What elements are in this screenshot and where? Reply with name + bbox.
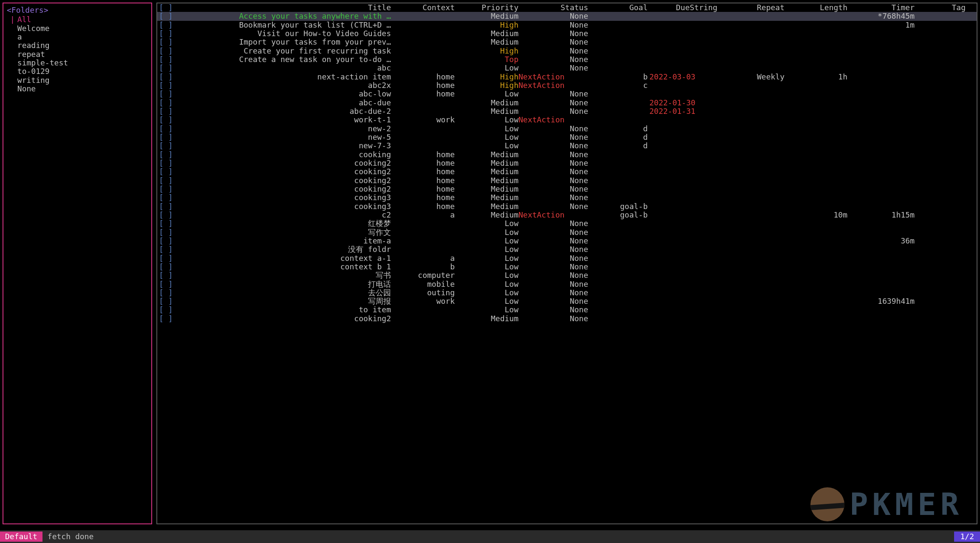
table-row[interactable]: [ ]abc-lowhomeLowNone bbox=[157, 90, 977, 98]
table-row[interactable]: [ ]new-7-3LowNoned bbox=[157, 141, 977, 150]
table-row[interactable]: [ ]new-2LowNoned bbox=[157, 124, 977, 133]
checkbox-icon[interactable]: [ ] bbox=[159, 254, 177, 263]
task-title[interactable]: 没有 foldr bbox=[177, 245, 391, 254]
task-title[interactable]: cooking2 bbox=[177, 159, 391, 167]
sidebar-item-to-0129[interactable]: |to-0129 bbox=[7, 67, 148, 76]
checkbox-icon[interactable]: [ ] bbox=[159, 280, 177, 288]
table-row[interactable]: [ ]context a-1aLowNone bbox=[157, 254, 977, 263]
task-title[interactable]: abc-low bbox=[177, 90, 391, 98]
task-title[interactable]: context b 1 bbox=[177, 263, 391, 271]
table-row[interactable]: [ ]Create your first recurring taskHighN… bbox=[157, 47, 977, 55]
table-row[interactable]: [ ]打电话mobileLowNone bbox=[157, 280, 977, 288]
col-context[interactable]: Context bbox=[391, 3, 455, 12]
task-title[interactable]: new-7-3 bbox=[177, 141, 391, 150]
table-row[interactable]: [ ]cooking2MediumNone bbox=[157, 314, 977, 323]
task-title[interactable]: 去公园 bbox=[177, 288, 391, 297]
table-row[interactable]: [ ]abc-dueMediumNone2022-01-30 bbox=[157, 99, 977, 107]
col-repeat[interactable]: Repeat bbox=[717, 3, 785, 12]
task-pane[interactable]: [ ] Title Context Priority Status Goal D… bbox=[156, 3, 977, 524]
task-title[interactable]: cooking3 bbox=[177, 193, 391, 202]
table-row[interactable]: [ ]cooking2homeMediumNone bbox=[157, 185, 977, 193]
task-title[interactable]: item-a bbox=[177, 237, 391, 245]
sidebar-item-simple-test[interactable]: |simple-test bbox=[7, 59, 148, 67]
task-title[interactable]: new-2 bbox=[177, 124, 391, 133]
col-timer[interactable]: Timer bbox=[847, 3, 915, 12]
checkbox-icon[interactable]: [ ] bbox=[159, 116, 177, 124]
checkbox-icon[interactable]: [ ] bbox=[159, 73, 177, 81]
task-title[interactable]: abc bbox=[177, 64, 391, 72]
table-row[interactable]: [ ]abcLowNone bbox=[157, 64, 977, 72]
checkbox-icon[interactable]: [ ] bbox=[159, 133, 177, 141]
sidebar-item-repeat[interactable]: |repeat bbox=[7, 50, 148, 59]
col-tag[interactable]: Tag bbox=[915, 3, 966, 12]
task-title[interactable]: Import your tasks from your prev… bbox=[177, 38, 391, 46]
table-row[interactable]: [ ]写作文LowNone bbox=[157, 228, 977, 237]
checkbox-icon[interactable]: [ ] bbox=[159, 38, 177, 46]
table-row[interactable]: [ ]Create a new task on your to-do …TopN… bbox=[157, 55, 977, 64]
checkbox-icon[interactable]: [ ] bbox=[159, 176, 177, 185]
task-title[interactable]: abc-due bbox=[177, 99, 391, 107]
task-title[interactable]: cooking bbox=[177, 150, 391, 159]
task-title[interactable]: 写作文 bbox=[177, 228, 391, 237]
checkbox-icon[interactable]: [ ] bbox=[159, 159, 177, 167]
table-row[interactable]: [ ]cooking3homeMediumNone bbox=[157, 193, 977, 202]
task-title[interactable]: 红楼梦 bbox=[177, 219, 391, 228]
checkbox-icon[interactable]: [ ] bbox=[159, 47, 177, 55]
table-row[interactable]: [ ]写书computerLowNone bbox=[157, 271, 977, 280]
folders-sidebar[interactable]: <Folders> |All|Welcome|a|reading|repeat|… bbox=[3, 3, 152, 524]
checkbox-icon[interactable]: [ ] bbox=[159, 263, 177, 271]
task-title[interactable]: Bookmark your task list (CTRL+D … bbox=[177, 21, 391, 29]
task-title[interactable]: Access your tasks anywhere with … bbox=[177, 12, 391, 20]
task-title[interactable]: cooking2 bbox=[177, 176, 391, 185]
table-row[interactable]: [ ]Access your tasks anywhere with …Medi… bbox=[157, 12, 977, 20]
checkbox-icon[interactable]: [ ] bbox=[159, 124, 177, 133]
table-row[interactable]: [ ]cooking3homeMediumNonegoal-b bbox=[157, 202, 977, 211]
task-title[interactable]: context a-1 bbox=[177, 254, 391, 263]
table-row[interactable]: [ ]new-5LowNoned bbox=[157, 133, 977, 141]
task-title[interactable]: to item bbox=[177, 305, 391, 314]
task-title[interactable]: 写周报 bbox=[177, 297, 391, 305]
col-priority[interactable]: Priority bbox=[455, 3, 518, 12]
task-title[interactable]: abc-due-2 bbox=[177, 107, 391, 116]
table-row[interactable]: [ ]cooking2homeMediumNone bbox=[157, 176, 977, 185]
table-row[interactable]: [ ]Visit our How-to Video GuidesMediumNo… bbox=[157, 29, 977, 38]
table-row[interactable]: [ ]context b 1bLowNone bbox=[157, 263, 977, 271]
table-row[interactable]: [ ]abc2xhomeHighNextActionc bbox=[157, 81, 977, 90]
col-due[interactable]: DueString bbox=[648, 3, 717, 12]
checkbox-icon[interactable]: [ ] bbox=[159, 107, 177, 116]
checkbox-icon[interactable]: [ ] bbox=[159, 185, 177, 193]
table-row[interactable]: [ ]abc-due-2MediumNone2022-01-31 bbox=[157, 107, 977, 116]
checkbox-icon[interactable]: [ ] bbox=[159, 99, 177, 107]
sidebar-item-none[interactable]: |None bbox=[7, 85, 148, 93]
checkbox-icon[interactable]: [ ] bbox=[159, 150, 177, 159]
task-title[interactable]: cooking2 bbox=[177, 314, 391, 323]
checkbox-icon[interactable]: [ ] bbox=[159, 314, 177, 323]
checkbox-icon[interactable]: [ ] bbox=[159, 211, 177, 219]
table-row[interactable]: [ ]cooking2homeMediumNone bbox=[157, 167, 977, 176]
checkbox-icon[interactable]: [ ] bbox=[159, 245, 177, 254]
table-row[interactable]: [ ]cookinghomeMediumNone bbox=[157, 150, 977, 159]
sidebar-item-reading[interactable]: |reading bbox=[7, 41, 148, 50]
checkbox-icon[interactable]: [ ] bbox=[159, 219, 177, 228]
col-status[interactable]: Status bbox=[518, 3, 588, 12]
col-length[interactable]: Length bbox=[785, 3, 847, 12]
checkbox-icon[interactable]: [ ] bbox=[159, 271, 177, 280]
checkbox-icon[interactable]: [ ] bbox=[159, 237, 177, 245]
checkbox-icon[interactable]: [ ] bbox=[159, 55, 177, 64]
checkbox-icon[interactable]: [ ] bbox=[159, 228, 177, 237]
task-title[interactable]: abc2x bbox=[177, 81, 391, 90]
col-goal[interactable]: Goal bbox=[588, 3, 648, 12]
task-title[interactable]: cooking3 bbox=[177, 202, 391, 211]
table-row[interactable]: [ ]to itemLowNone bbox=[157, 305, 977, 314]
checkbox-icon[interactable]: [ ] bbox=[159, 12, 177, 20]
sidebar-item-welcome[interactable]: |Welcome bbox=[7, 24, 148, 33]
table-row[interactable]: [ ]Bookmark your task list (CTRL+D …High… bbox=[157, 21, 977, 29]
checkbox-icon[interactable]: [ ] bbox=[159, 167, 177, 176]
task-title[interactable]: c2 bbox=[177, 211, 391, 219]
checkbox-icon[interactable]: [ ] bbox=[159, 29, 177, 38]
table-row[interactable]: [ ]写周报workLowNone1639h41m bbox=[157, 297, 977, 305]
task-title[interactable]: work-t-1 bbox=[177, 116, 391, 124]
checkbox-icon[interactable]: [ ] bbox=[159, 90, 177, 98]
task-title[interactable]: Create your first recurring task bbox=[177, 47, 391, 55]
checkbox-icon[interactable]: [ ] bbox=[159, 288, 177, 297]
